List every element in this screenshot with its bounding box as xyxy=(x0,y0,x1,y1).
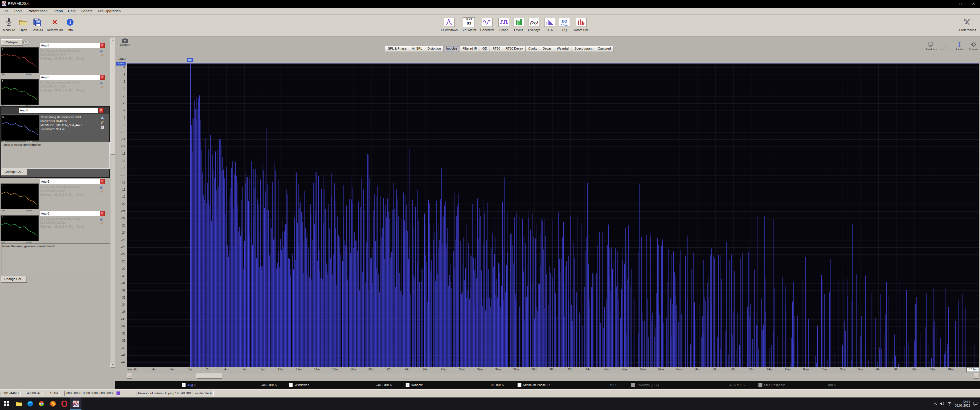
rta-button[interactable]: RTA xyxy=(542,16,557,36)
scroll-right-icon[interactable]: ► xyxy=(974,373,979,379)
menu-graph[interactable]: Graph xyxy=(50,9,65,13)
taskbar-icon-edge[interactable] xyxy=(24,397,36,410)
delete-measurement-button[interactable]: ✕ xyxy=(100,179,105,184)
scroll-up-icon[interactable]: ▲ xyxy=(110,38,115,43)
measurement-thumbnail[interactable]: 1 xyxy=(0,47,39,73)
chart-icon[interactable] xyxy=(100,116,104,120)
tab-all-spl[interactable]: All SPL xyxy=(409,46,425,52)
measurement-notes[interactable]: Links grosses stereodreieck xyxy=(2,142,110,169)
generator-button[interactable]: Generator xyxy=(479,16,496,36)
notifications-icon[interactable] xyxy=(973,402,978,406)
overlays-button[interactable]: Overlays xyxy=(526,16,542,36)
measurement-item-4[interactable]: 4 20 20.0k Aug 6 ✕ 22.messung stereodrei… xyxy=(0,179,110,210)
tab-impulse[interactable]: Impulse xyxy=(444,46,460,52)
taskbar-icon-firefox[interactable] xyxy=(47,397,59,410)
trace-checkbox[interactable] xyxy=(406,383,410,387)
x-axis-max-value[interactable]: 87.1m xyxy=(966,367,979,372)
tab-gd[interactable]: GD xyxy=(480,46,490,52)
menu-tools[interactable]: Tools xyxy=(11,9,25,13)
scrollbars-button[interactable]: Scrollbars xyxy=(924,41,937,54)
measurement-item-5[interactable]: 5 20 20.0k Aug 6 ✕ 22.messung stereodrei… xyxy=(0,210,110,242)
menu-file[interactable]: File xyxy=(0,9,11,13)
remove-all-button[interactable]: ✕ Remove All xyxy=(45,16,65,36)
capture-button[interactable]: Capture xyxy=(118,38,132,51)
change-cal-button[interactable]: Change Cal... xyxy=(2,169,27,175)
trace-label[interactable]: Window xyxy=(411,383,422,387)
chart-icon[interactable] xyxy=(100,49,103,53)
measurement-name-field[interactable]: Aug 6 xyxy=(40,211,101,216)
measurement-thumbnail[interactable]: 4 xyxy=(0,183,39,209)
delete-measurement-button[interactable]: ✕ xyxy=(100,75,105,80)
preferences-button[interactable]: Preferences xyxy=(958,16,978,36)
graph-scrollbar-thumb[interactable] xyxy=(197,373,222,379)
tab-distortion[interactable]: Distortion xyxy=(425,46,444,52)
measurement-item-2[interactable]: 2 20 20.0k Aug 6 ✕ 22.messung stereodrei… xyxy=(0,74,110,106)
network-icon[interactable] xyxy=(947,402,952,406)
measurement-thumbnail[interactable]: 2 xyxy=(0,79,39,105)
taskbar-icon-explorer[interactable] xyxy=(13,397,24,410)
menu-help[interactable]: Help xyxy=(65,9,78,13)
taskbar-icon-chrome[interactable] xyxy=(36,397,47,410)
menu-preferences[interactable]: Preferences xyxy=(25,9,50,13)
tab-filtered-ir[interactable]: Filtered IR xyxy=(460,46,480,52)
impulse-plot[interactable] xyxy=(127,63,979,367)
tab-rt60[interactable]: RT60 xyxy=(490,46,503,52)
trace-checkbox[interactable] xyxy=(182,383,186,387)
chevron-up-icon[interactable] xyxy=(934,403,937,405)
room-sim-button[interactable]: Room Sim xyxy=(572,16,590,36)
scope-button[interactable]: Scope xyxy=(497,16,511,36)
spl-meter-button[interactable]: dB SPL 83 SPL Meter xyxy=(460,16,478,36)
delete-measurement-button[interactable]: ✕ xyxy=(100,43,105,48)
trace-checkbox[interactable] xyxy=(631,383,635,387)
measurement-name-field[interactable]: Aug 6 xyxy=(19,108,98,113)
chart-icon[interactable] xyxy=(100,81,103,85)
speaker-icon[interactable] xyxy=(940,402,944,406)
scroll-left-icon[interactable]: ◄ xyxy=(127,373,132,379)
measurement-item-1[interactable]: 1 20 20.0k Aug 6 ✕ 22.messung stereodrei… xyxy=(0,42,110,74)
trace-checkbox[interactable] xyxy=(289,383,293,387)
sidebar-scrollbar[interactable]: ▲ ▼ xyxy=(110,38,115,367)
tab-decay[interactable]: Decay xyxy=(540,46,554,52)
tab-spectrogram[interactable]: Spectrogram xyxy=(572,46,595,52)
tab-rt60-decay[interactable]: RT60 Decay xyxy=(503,46,526,52)
trace-checkbox[interactable] xyxy=(517,383,522,387)
trace-label[interactable]: Minimum Phase IR xyxy=(523,383,550,387)
freq-axis-button[interactable]: Freq Axis xyxy=(939,41,952,54)
tab-waterfall[interactable]: Waterfall xyxy=(554,46,572,52)
menu-pro-upgrades[interactable]: Pro Upgrades xyxy=(95,9,123,13)
measurement-notes[interactable]: Neue Messung grosses stereodreieck xyxy=(1,243,110,275)
menu-donate[interactable]: Donate xyxy=(78,9,95,13)
measurement-name-field[interactable]: Aug 6 xyxy=(40,43,101,48)
maximize-button[interactable]: □ xyxy=(954,0,967,8)
measure-button[interactable]: Measure xyxy=(1,16,17,36)
delete-measurement-button[interactable]: ✕ xyxy=(99,108,103,113)
taskbar-icon-rew-active[interactable] xyxy=(70,397,81,410)
pencil-icon[interactable] xyxy=(100,54,103,57)
controls-button[interactable]: Controls xyxy=(967,41,980,54)
limits-button[interactable]: Limits xyxy=(953,41,966,54)
eq-button[interactable]: EQ EQ xyxy=(557,16,571,36)
chart-icon[interactable] xyxy=(100,185,103,189)
measurement-item-3-selected[interactable]: Aug 6 ✕ 3 20 20.0k 22.messung stereodrei… xyxy=(0,106,110,178)
tab-clarity[interactable]: Clarity xyxy=(526,46,540,52)
trace-label[interactable]: Step Response xyxy=(764,383,786,387)
tab-spl-phase[interactable]: SPL & Phase xyxy=(385,46,409,52)
save-all-button[interactable]: Save All xyxy=(30,16,45,36)
measurement-name-field[interactable]: Aug 6 xyxy=(40,179,101,184)
levels-button[interactable]: Levels xyxy=(512,16,526,36)
pencil-icon[interactable] xyxy=(100,222,103,226)
measurement-thumbnail[interactable]: 5 xyxy=(0,215,39,241)
pencil-icon[interactable] xyxy=(100,86,103,89)
trace-label[interactable]: Aug 6 xyxy=(188,383,196,387)
trace-label[interactable]: Envelope (ETC) xyxy=(637,383,659,387)
info-button[interactable]: i Info xyxy=(65,16,75,36)
chart-icon[interactable] xyxy=(100,217,103,221)
taskbar-clock[interactable]: 22:17 08.08.2023 xyxy=(955,400,970,407)
change-cal-button[interactable]: Change Cal... xyxy=(1,276,27,282)
tab-captured[interactable]: Captured xyxy=(595,46,614,52)
measurement-name-field[interactable]: Aug 6 xyxy=(40,75,101,80)
measurement-thumbnail[interactable]: 3 xyxy=(1,115,39,141)
trace-label[interactable]: Windowed xyxy=(294,383,309,387)
start-button[interactable] xyxy=(0,397,13,410)
ref-marker[interactable]: Ref xyxy=(187,58,193,62)
